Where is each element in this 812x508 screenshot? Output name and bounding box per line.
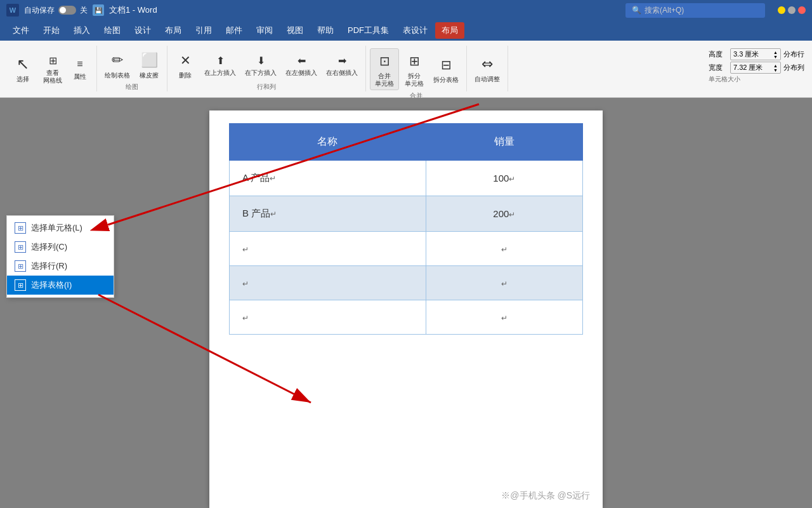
table-header-name: 名称 [230, 124, 426, 161]
dropdown-select-row[interactable]: ⊞ 选择行(R) [7, 257, 114, 276]
width-up-arrow[interactable]: ▲ [773, 64, 778, 68]
document-page: 名称 销量 A 产品↵ 100↵ B 产品↵ 200↵ ↵ ↵ [209, 110, 603, 508]
ribbon-group-merge-items: ⊡ 合并 单元格 ⊞ 拆分 单元格 ⊟ 拆分表格 [370, 46, 462, 90]
menu-file[interactable]: 文件 [6, 22, 36, 39]
doc-wrapper: ⊞ 选择单元格(L) ⊞ 选择列(C) ⊞ 选择行(R) ⊞ 选择表格(I) 名 [0, 98, 812, 508]
ribbon-cellsize-label-row: 单元格大小 [709, 75, 804, 84]
props-icon: ≡ [72, 57, 88, 72]
minimize-button[interactable] [778, 6, 785, 14]
table-row: A 产品↵ 100↵ [230, 161, 583, 196]
auto-adjust-icon: ⇔ [477, 54, 497, 74]
eraser-icon: ⬜ [139, 50, 159, 70]
ribbon-group-rowcol-items: ✕ 删除 ⬆ 在上方插入 ⬇ 在下方插入 ⬅ 在左侧插入 ➡ 在右侧插入 [171, 46, 362, 81]
ribbon-btn-auto-adjust[interactable]: ⇔ 自动调整 [471, 52, 504, 85]
select-table-icon: ⊞ [15, 279, 26, 291]
menu-layout[interactable]: 布局 [159, 22, 188, 39]
menu-pdf[interactable]: PDF工具集 [341, 22, 395, 39]
ribbon-btn-insert-left[interactable]: ⬅ 在左侧插入 [282, 51, 321, 79]
split-cells-label: 拆分 单元格 [405, 72, 424, 88]
maximize-button[interactable] [788, 6, 796, 14]
table-cell-empty-2b: ↵ [426, 266, 582, 300]
enter-mark: ↵ [270, 174, 276, 183]
table-row-empty-1: ↵ ↵ [230, 232, 583, 266]
height-down-arrow[interactable]: ▼ [773, 55, 778, 59]
ribbon-group-select: ↖ 选择 ⊞ 查看 网格线 ≡ 属性 [4, 46, 97, 91]
enter-mark: ↵ [242, 245, 249, 254]
dropdown-select-cell[interactable]: ⊞ 选择单元格(L) [7, 218, 114, 237]
ribbon-btn-insert-above[interactable]: ⬆ 在上方插入 [200, 51, 240, 79]
doc-title: 文档1 - Word [109, 4, 157, 16]
ribbon-group-autoadjust-items: ⇔ 自动调整 [471, 46, 504, 89]
word-table: 名称 销量 A 产品↵ 100↵ B 产品↵ 200↵ ↵ ↵ [229, 123, 583, 335]
autosave-toggle[interactable] [58, 6, 76, 15]
dropdown-select-table[interactable]: ⊞ 选择表格(I) [7, 276, 114, 295]
distribute-row-btn[interactable]: 分布行 [783, 50, 804, 59]
autosave-area: 自动保存 关 [24, 5, 88, 16]
ribbon-btn-select[interactable]: ↖ 选择 [8, 52, 38, 85]
ribbon-btn-merge-cells[interactable]: ⊡ 合并 单元格 [370, 48, 399, 90]
ribbon-btn-eraser[interactable]: ⬜ 橡皮擦 [135, 48, 163, 81]
search-placeholder: 搜索(Alt+Q) [645, 5, 684, 16]
distribute-col-btn[interactable]: 分布列 [783, 63, 804, 72]
ribbon-btn-split-table[interactable]: ⊟ 拆分表格 [429, 53, 462, 86]
table-cell-a-name: A 产品↵ [230, 161, 426, 196]
height-spinbox[interactable]: 3.3 厘米 ▲ ▼ [730, 48, 781, 60]
save-icon[interactable]: 💾 [93, 4, 104, 16]
ribbon-btn-draw-table[interactable]: ✏ 绘制表格 [101, 48, 134, 81]
insert-above-icon: ⬆ [213, 53, 228, 68]
ribbon-btn-insert-below[interactable]: ⬇ 在下方插入 [241, 51, 280, 79]
ribbon-btn-viewgrid[interactable]: ⊞ 查看 网格线 [39, 51, 66, 86]
dropdown-select-col[interactable]: ⊞ 选择列(C) [7, 237, 114, 257]
menu-reference[interactable]: 引用 [189, 22, 218, 39]
ribbon-btn-props[interactable]: ≡ 属性 [67, 55, 93, 83]
ribbon-width-row: 宽度 7.32 厘米 ▲ ▼ 分布列 [709, 62, 804, 74]
menu-design[interactable]: 设计 [128, 22, 157, 39]
toggle-state-label: 关 [80, 5, 88, 16]
ribbon-btn-insert-right[interactable]: ➡ 在右侧插入 [322, 51, 362, 79]
width-down-arrow[interactable]: ▼ [773, 68, 778, 72]
select-row-label: 选择行(R) [31, 260, 67, 272]
insert-right-icon: ➡ [334, 53, 350, 68]
table-cell-empty-2a: ↵ [230, 266, 426, 300]
menu-review[interactable]: 审阅 [250, 22, 279, 39]
close-button[interactable] [798, 6, 806, 14]
ribbon-btn-delete[interactable]: ✕ 删除 [171, 48, 199, 81]
ribbon-group-merge: ⊡ 合并 单元格 ⊞ 拆分 单元格 ⊟ 拆分表格 合并 [366, 46, 467, 91]
ribbon-btn-split-cells[interactable]: ⊞ 拆分 单元格 [400, 49, 428, 90]
ribbon-group-rowcol: ✕ 删除 ⬆ 在上方插入 ⬇ 在下方插入 ⬅ 在左侧插入 ➡ 在右侧插入 [167, 46, 366, 91]
title-bar: W 自动保存 关 💾 文档1 - Word 🔍 搜索(Alt+Q) [0, 0, 812, 20]
draw-table-label: 绘制表格 [105, 72, 130, 79]
ribbon-group-label-draw: 绘图 [126, 81, 138, 93]
height-spin-arrows[interactable]: ▲ ▼ [773, 50, 778, 59]
table-cell-b-name: B 产品↵ [230, 196, 426, 232]
table-cell-a-sales: 100↵ [426, 161, 582, 196]
ribbon-group-draw-items: ✏ 绘制表格 ⬜ 橡皮擦 [101, 46, 163, 81]
enter-mark: ↵ [501, 314, 508, 323]
menu-view[interactable]: 视图 [280, 22, 310, 39]
menu-tabledesign[interactable]: 表设计 [396, 22, 434, 39]
menu-help[interactable]: 帮助 [311, 22, 340, 39]
insert-below-label: 在下方插入 [245, 69, 277, 77]
height-up-arrow[interactable]: ▲ [773, 50, 778, 55]
auto-adjust-label: 自动调整 [475, 76, 500, 83]
merge-cells-label: 合并 单元格 [375, 72, 394, 88]
dropdown-menu[interactable]: ⊞ 选择单元格(L) ⊞ 选择列(C) ⊞ 选择行(R) ⊞ 选择表格(I) [6, 215, 114, 298]
width-label: 宽度 [709, 63, 728, 72]
menu-draw[interactable]: 绘图 [98, 22, 127, 39]
table-cell-empty-3b: ↵ [426, 300, 582, 335]
width-spinbox[interactable]: 7.32 厘米 ▲ ▼ [730, 62, 781, 74]
width-spin-arrows[interactable]: ▲ ▼ [773, 64, 778, 72]
height-label: 高度 [709, 50, 728, 59]
insert-left-label: 在左侧插入 [285, 69, 317, 77]
table-row-empty-2: ↵ ↵ [230, 266, 583, 300]
window-buttons [778, 6, 806, 14]
select-cell-label: 选择单元格(L) [31, 222, 82, 234]
menu-buju[interactable]: 布局 [435, 22, 464, 39]
menu-mail[interactable]: 邮件 [219, 22, 249, 39]
word-logo: W [6, 4, 19, 17]
view-grid-icon: ⊞ [45, 53, 60, 68]
menu-start[interactable]: 开始 [37, 22, 66, 39]
autosave-label: 自动保存 [24, 5, 55, 16]
menu-insert[interactable]: 插入 [67, 22, 96, 39]
search-bar[interactable]: 🔍 搜索(Alt+Q) [625, 3, 765, 18]
